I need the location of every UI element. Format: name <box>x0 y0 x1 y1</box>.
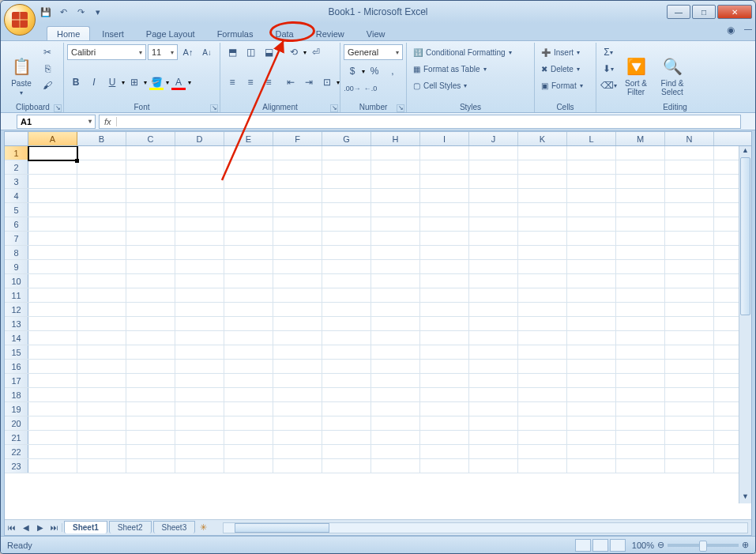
cell-N15[interactable] <box>665 345 714 360</box>
cell-D9[interactable] <box>175 260 224 274</box>
row-header-16[interactable]: 16 <box>5 360 28 373</box>
cell-K8[interactable] <box>518 246 567 260</box>
cell-D10[interactable] <box>175 274 224 288</box>
cell-I10[interactable] <box>420 274 469 288</box>
cell-N4[interactable] <box>665 189 714 203</box>
cell-G3[interactable] <box>322 175 371 189</box>
select-all-corner[interactable] <box>5 132 28 145</box>
cell-M3[interactable] <box>616 175 665 189</box>
row-header-14[interactable]: 14 <box>5 331 28 345</box>
cell-C8[interactable] <box>126 246 175 260</box>
cell-I11[interactable] <box>420 288 469 303</box>
hscroll-thumb[interactable] <box>235 523 329 533</box>
percent-icon[interactable]: % <box>366 63 383 79</box>
cell-L6[interactable] <box>567 217 616 232</box>
cell-B21[interactable] <box>77 431 126 445</box>
cell-H8[interactable] <box>371 246 420 260</box>
cell-L13[interactable] <box>567 317 616 331</box>
cell-M9[interactable] <box>616 260 665 274</box>
cell-I9[interactable] <box>420 260 469 274</box>
row-header-15[interactable]: 15 <box>5 345 28 359</box>
row-header-20[interactable]: 20 <box>5 416 28 430</box>
cell-I1[interactable] <box>420 146 469 160</box>
cell-F15[interactable] <box>273 345 322 360</box>
number-format-combo[interactable]: General▾ <box>344 44 403 60</box>
column-header-M[interactable]: M <box>616 132 665 145</box>
qat-undo-icon[interactable]: ↶ <box>56 5 70 19</box>
cell-L2[interactable] <box>567 160 616 175</box>
cell-N3[interactable] <box>665 175 714 189</box>
cell-F1[interactable] <box>273 146 322 160</box>
cell-B7[interactable] <box>77 232 126 246</box>
cell-M14[interactable] <box>616 331 665 345</box>
cell-A7[interactable] <box>28 232 77 246</box>
cell-A14[interactable] <box>28 331 77 345</box>
align-top-icon[interactable]: ⬒ <box>224 44 241 60</box>
cell-H13[interactable] <box>371 317 420 331</box>
cell-A9[interactable] <box>28 260 77 274</box>
cell-D13[interactable] <box>175 317 224 331</box>
cell-L20[interactable] <box>567 416 616 431</box>
cell-G21[interactable] <box>322 431 371 445</box>
cell-L12[interactable] <box>567 303 616 317</box>
cell-C6[interactable] <box>126 217 175 232</box>
cell-J3[interactable] <box>469 175 518 189</box>
cell-D4[interactable] <box>175 189 224 203</box>
row-header-3[interactable]: 3 <box>5 175 28 188</box>
cell-I6[interactable] <box>420 217 469 232</box>
cell-F19[interactable] <box>273 402 322 416</box>
row-header-11[interactable]: 11 <box>5 288 28 302</box>
cell-I7[interactable] <box>420 232 469 246</box>
cell-N19[interactable] <box>665 402 714 416</box>
cell-G13[interactable] <box>322 317 371 331</box>
cell-A23[interactable] <box>28 459 77 473</box>
cell-J19[interactable] <box>469 402 518 416</box>
align-center-icon[interactable]: ≡ <box>242 74 259 90</box>
cell-M12[interactable] <box>616 303 665 317</box>
cell-N7[interactable] <box>665 232 714 246</box>
delete-cells-button[interactable]: ✖Delete▾ <box>538 61 592 77</box>
cell-A20[interactable] <box>28 416 77 431</box>
column-header-L[interactable]: L <box>567 132 616 145</box>
column-header-N[interactable]: N <box>665 132 714 145</box>
row-header-4[interactable]: 4 <box>5 189 28 202</box>
bold-button[interactable]: B <box>67 74 85 90</box>
cell-L11[interactable] <box>567 288 616 303</box>
cell-M13[interactable] <box>616 317 665 331</box>
cell-D1[interactable] <box>175 146 224 160</box>
cell-B16[interactable] <box>77 360 126 374</box>
cell-J10[interactable] <box>469 274 518 288</box>
cell-D6[interactable] <box>175 217 224 232</box>
clipboard-launcher[interactable]: ↘ <box>54 104 62 112</box>
decrease-decimal-icon[interactable]: ←.0 <box>362 81 379 96</box>
row-header-1[interactable]: 1 <box>5 146 28 160</box>
row-header-17[interactable]: 17 <box>5 374 28 387</box>
align-left-icon[interactable]: ≡ <box>224 74 241 90</box>
cell-I17[interactable] <box>420 374 469 388</box>
cell-K2[interactable] <box>518 160 567 175</box>
underline-button[interactable]: U <box>103 74 121 90</box>
cell-N2[interactable] <box>665 160 714 175</box>
cell-A8[interactable] <box>28 246 77 260</box>
row-header-18[interactable]: 18 <box>5 388 28 401</box>
font-color-icon[interactable]: A <box>170 74 187 90</box>
wrap-text-icon[interactable]: ⏎ <box>307 44 325 60</box>
cell-N9[interactable] <box>665 260 714 274</box>
minimize-button[interactable]: — <box>667 5 690 19</box>
row-header-6[interactable]: 6 <box>5 217 28 231</box>
cell-A2[interactable] <box>28 160 77 175</box>
vscroll-thumb[interactable] <box>740 157 750 315</box>
row-header-21[interactable]: 21 <box>5 431 28 444</box>
cell-M1[interactable] <box>616 146 665 160</box>
tab-formulas[interactable]: Formulas <box>207 26 264 40</box>
cell-B20[interactable] <box>77 416 126 431</box>
cell-K12[interactable] <box>518 303 567 317</box>
cell-H10[interactable] <box>371 274 420 288</box>
cell-D21[interactable] <box>175 431 224 445</box>
cell-I4[interactable] <box>420 189 469 203</box>
cell-J22[interactable] <box>469 445 518 459</box>
horizontal-scrollbar[interactable] <box>223 522 748 533</box>
cell-H18[interactable] <box>371 388 420 402</box>
cell-L1[interactable] <box>567 146 616 160</box>
cell-C12[interactable] <box>126 303 175 317</box>
